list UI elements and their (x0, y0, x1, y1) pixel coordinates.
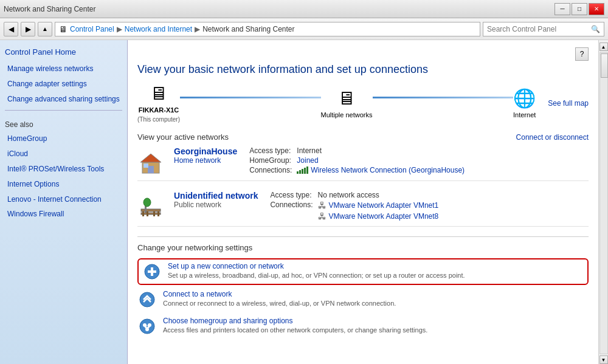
network-info-unidentified: Access type: No network access Connectio… (270, 191, 438, 221)
computer-sublabel: (This computer) (137, 116, 180, 123)
content-area: ? View your basic network information an… (128, 40, 598, 364)
sidebar-item-intel-proset[interactable]: Intel® PROSet/Wireless Tools (5, 163, 122, 176)
sidebar-item-advanced-sharing[interactable]: Change advanced sharing settings (5, 93, 122, 106)
minimize-button[interactable]: ─ (554, 3, 570, 15)
svg-rect-9 (153, 211, 155, 216)
multiple-networks-label: Multiple networks (321, 111, 373, 118)
network-node-internet: 🌐 Internet (513, 88, 536, 118)
home-network-icon (137, 149, 164, 176)
sidebar-item-lenovo[interactable]: Lenovo - Internet Connection (5, 193, 122, 206)
active-networks-header: View your active networks Connect or dis… (137, 132, 589, 142)
network-name-unidentified[interactable]: Unidentified network (174, 191, 258, 201)
vmnet-icon-2: 🖧 (318, 211, 326, 221)
network-type-unidentified: Public network (174, 201, 258, 209)
breadcrumb: 🖥 Control Panel ▶ Network and Internet ▶… (55, 22, 480, 36)
setting-item-connect: Connect to a network Connect or reconnec… (137, 290, 589, 309)
svg-rect-14 (148, 270, 156, 273)
connect-icon (137, 290, 157, 309)
connections-label-2: Connections: (270, 201, 313, 221)
scroll-thumb[interactable] (601, 53, 608, 78)
network-node-computer: 🖥 FIKKAR-X1C (This computer) (137, 83, 180, 123)
network-line-2 (373, 97, 514, 98)
homegroup-sharing-icon (137, 317, 157, 336)
svg-line-23 (147, 327, 150, 328)
new-connection-icon (142, 262, 162, 281)
connection-value-1[interactable]: Wireless Network Connection (GeorginaHou… (311, 166, 465, 174)
access-type-value-1: Internet (297, 146, 465, 155)
back-button[interactable]: ◀ (4, 22, 18, 36)
active-networks-title: View your active networks (137, 132, 229, 142)
breadcrumb-current: Network and Sharing Center (202, 25, 294, 33)
signal-bars-icon (297, 167, 308, 174)
network-type-georgina[interactable]: Home network (174, 156, 237, 165)
scroll-down-button[interactable]: ▼ (599, 355, 608, 364)
network-name-georgina[interactable]: GeorginaHouse (174, 146, 237, 156)
vmnet8-link[interactable]: VMware Network Adapter VMnet8 (329, 212, 439, 221)
sidebar-item-adapter-settings[interactable]: Change adapter settings (5, 78, 122, 91)
homegroup-label: HomeGroup: (249, 156, 292, 165)
network-node-multiple: 🖥 Multiple networks (321, 88, 373, 118)
network-map: 🖥 FIKKAR-X1C (This computer) 🖥 Multiple … (137, 83, 589, 123)
network-row-georgina: GeorginaHouse Home network Access type: … (137, 146, 589, 181)
svg-rect-6 (142, 211, 144, 216)
connect-title[interactable]: Connect to a network (163, 290, 589, 298)
see-also-title: See also (5, 120, 122, 129)
sidebar-item-homegroup[interactable]: HomeGroup (5, 132, 122, 145)
network-info-georgina: Access type: Internet HomeGroup: Joined … (249, 146, 465, 174)
window-controls: ─ □ ✕ (554, 3, 604, 15)
svg-rect-7 (157, 211, 159, 216)
svg-rect-2 (148, 166, 154, 173)
access-type-value-2: No network access (318, 191, 439, 199)
connections-list: 🖧 VMware Network Adapter VMnet1 🖧 VMware… (318, 201, 439, 221)
network-icon-home (137, 146, 167, 176)
network-details-georgina: GeorginaHouse Home network Access type: … (174, 146, 589, 176)
new-connection-content: Set up a new connection or network Set u… (168, 262, 584, 279)
homegroup-value[interactable]: Joined (297, 156, 465, 165)
vmnet1-link[interactable]: VMware Network Adapter VMnet1 (329, 201, 439, 210)
svg-point-11 (143, 198, 151, 207)
sidebar-item-home[interactable]: Control Panel Home (5, 47, 122, 57)
connect-or-disconnect-link[interactable]: Connect or disconnect (516, 133, 589, 142)
sidebar-item-internet-options[interactable]: Internet Options (5, 178, 122, 191)
sidebar-divider (5, 110, 122, 111)
see-full-map-link[interactable]: See full map (548, 99, 589, 108)
svg-point-15 (140, 292, 154, 307)
setting-item-new-connection-highlighted: Set up a new connection or network Set u… (137, 258, 589, 285)
help-button[interactable]: ? (575, 47, 589, 61)
homegroup-sharing-content: Choose homegroup and sharing options Acc… (163, 317, 589, 334)
connect-svg-icon (139, 291, 156, 308)
svg-marker-1 (140, 154, 161, 162)
sidebar-item-icloud[interactable]: iCloud (5, 148, 122, 160)
new-connection-svg-icon (143, 263, 161, 280)
sidebar: Control Panel Home Manage wireless netwo… (0, 40, 128, 364)
homegroup-sharing-title[interactable]: Choose homegroup and sharing options (163, 317, 589, 325)
homegroup-svg-icon (139, 318, 156, 335)
sidebar-item-manage-wireless[interactable]: Manage wireless networks (5, 63, 122, 75)
homegroup-sharing-desc: Access files and printers located on oth… (163, 326, 589, 334)
scrollbar[interactable]: ▲ ▼ (598, 40, 608, 364)
breadcrumb-control-panel[interactable]: Control Panel (70, 25, 114, 33)
search-icon[interactable]: 🔍 (591, 25, 600, 33)
access-type-label-1: Access type: (249, 146, 292, 155)
svg-point-16 (140, 319, 154, 334)
maximize-button[interactable]: □ (572, 3, 587, 15)
network-line-1 (180, 97, 321, 98)
computer-label: FIKKAR-X1C (139, 106, 179, 114)
close-button[interactable]: ✕ (589, 3, 604, 15)
network-row-unidentified: Unidentified network Public network Acce… (137, 191, 589, 227)
scroll-up-button[interactable]: ▲ (599, 43, 608, 51)
change-settings-title: Change your networking settings (137, 236, 589, 252)
new-connection-desc: Set up a wireless, broadband, dial-up, a… (168, 272, 584, 279)
up-button[interactable]: ▲ (38, 22, 52, 36)
search-input[interactable] (487, 25, 589, 33)
sidebar-item-windows-firewall[interactable]: Windows Firewall (5, 208, 122, 221)
connect-content: Connect to a network Connect or reconnec… (163, 290, 589, 307)
title-bar: Network and Sharing Center ─ □ ✕ (0, 0, 608, 18)
forward-button[interactable]: ▶ (21, 22, 35, 36)
network-icon-public (137, 191, 167, 221)
new-connection-title[interactable]: Set up a new connection or network (168, 262, 584, 270)
search-area: 🔍 (483, 22, 604, 36)
breadcrumb-network-internet[interactable]: Network and Internet (125, 25, 192, 33)
svg-rect-8 (147, 211, 148, 216)
svg-line-22 (145, 327, 147, 328)
